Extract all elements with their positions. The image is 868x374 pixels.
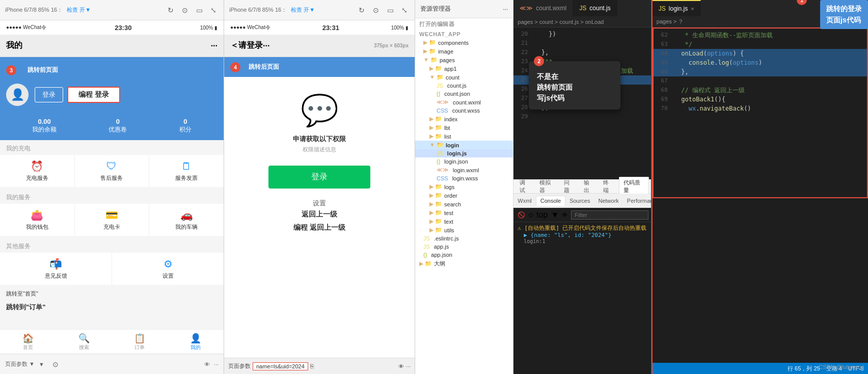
mid-more-opts[interactable]: ··· xyxy=(406,363,411,369)
tablet-icon[interactable]: ▭ xyxy=(194,5,204,15)
wallet-item[interactable]: 👛 我的钱包 xyxy=(0,204,74,236)
folder-icon: ▶ 📁 xyxy=(423,39,436,46)
tab-output[interactable]: 输出 xyxy=(580,177,598,196)
settings-link[interactable]: 设置 xyxy=(313,199,326,208)
nav-home[interactable]: 🏠 首页 xyxy=(22,333,34,351)
invoice-icon: 🗒 xyxy=(181,161,192,172)
page-params-label[interactable]: 页面参数 ▼ xyxy=(5,360,35,368)
more-icon[interactable]: ··· xyxy=(211,41,218,50)
tree-order[interactable]: ▶ 📁 order xyxy=(415,191,513,200)
explorer-more[interactable]: ··· xyxy=(503,6,508,13)
mid-eye-icon[interactable]: 👁 xyxy=(398,363,404,369)
tab-console[interactable]: Console xyxy=(536,196,565,206)
expand-icon[interactable]: ⤡ xyxy=(208,5,219,15)
tree-test[interactable]: ▶ 📁 test xyxy=(415,208,513,217)
tab-sources[interactable]: Sources xyxy=(565,196,594,205)
code-line: 20 }) xyxy=(513,30,651,39)
more-options-icon[interactable]: ··· xyxy=(214,361,219,367)
tree-pages[interactable]: ▼ 📁 pages xyxy=(415,56,513,64)
mid-more-icon[interactable]: ··· xyxy=(263,41,269,50)
tree-app1[interactable]: ▶ 📁 app1 xyxy=(415,64,513,73)
tree-image[interactable]: ▶ 📁 image xyxy=(415,47,513,56)
tab-perf[interactable]: Performance xyxy=(623,196,651,205)
mid-expand-icon[interactable]: ⤡ xyxy=(399,5,410,15)
tree-utils[interactable]: ▶ 📁 utils xyxy=(415,226,513,234)
tree-eslint[interactable]: JS .eslintrc.js xyxy=(415,234,513,243)
nav-mine[interactable]: 👤 我的 xyxy=(190,333,201,351)
clear-icon[interactable]: 🚫 xyxy=(518,211,525,219)
register-btn[interactable]: 编程 登录 xyxy=(67,87,120,103)
filter-icon[interactable]: ⊙ xyxy=(528,211,533,219)
tree-login-js[interactable]: JS login.js xyxy=(415,149,513,157)
params-value[interactable]: name=ls&uid=2024 xyxy=(253,362,308,370)
tab-debug[interactable]: 调试 xyxy=(516,177,534,196)
myvehicle-item[interactable]: 🚗 我的车辆 xyxy=(149,204,224,236)
js-file-icon: JS xyxy=(423,244,430,250)
tree-components[interactable]: ▶ 📁 components xyxy=(415,38,513,47)
device-icon[interactable]: ⊙ xyxy=(180,5,190,15)
tab-count-wxml[interactable]: ≪≫ count.wxml xyxy=(513,0,573,16)
tree-index[interactable]: ▶ 📁 index xyxy=(415,115,513,123)
tree-search[interactable]: ▶ 📁 search xyxy=(415,200,513,208)
mid-refresh-icon[interactable]: ↻ xyxy=(357,5,367,15)
tab-network[interactable]: Network xyxy=(594,196,622,205)
copy-icon[interactable]: ⎘ xyxy=(310,363,314,370)
tree-logs[interactable]: ▶ 📁 logs xyxy=(415,182,513,191)
tab-wxml[interactable]: Wxml xyxy=(513,196,536,205)
invoice-service-item[interactable]: 🗒 服务发票 xyxy=(149,155,224,187)
aftersale-service-item[interactable]: 🛡 售后服务 xyxy=(75,155,149,187)
tree-count-json[interactable]: {} count.json xyxy=(415,90,513,98)
tree-outline[interactable]: ▶ 📁 大纲 xyxy=(415,259,513,269)
close-icon[interactable]: × xyxy=(691,6,694,12)
left-bottom-bar: 页面参数 ▼ ▼ ⊙ 👁 ··· xyxy=(0,354,224,374)
tree-login-wxml[interactable]: ≪≫ login.wxml xyxy=(415,166,513,174)
tree-count[interactable]: ▼ 📁 count xyxy=(415,73,513,82)
tab-problems[interactable]: 问题 xyxy=(560,177,578,196)
login-green-btn[interactable]: 登录 xyxy=(268,166,370,189)
feedback-item[interactable]: 📬 意见反馈 xyxy=(0,253,112,285)
tab-quality[interactable]: 代码质量 xyxy=(619,177,649,196)
battery-indicator: 100% ▮ xyxy=(200,25,218,31)
refresh-icon[interactable]: ↻ xyxy=(166,5,176,15)
badge-1-container: 1 xyxy=(797,0,807,5)
tab-login-js[interactable]: JS login.js × xyxy=(653,0,701,16)
tree-login-json[interactable]: {} login.json xyxy=(415,157,513,166)
eye-icon[interactable]: 👁 xyxy=(562,211,568,219)
settings-item[interactable]: ⚙ 设置 xyxy=(112,253,224,285)
console-filter-input[interactable] xyxy=(571,210,648,220)
scope-label: top xyxy=(536,210,548,220)
console-tabs: Wxml Console Sources Network Performance… xyxy=(513,194,651,208)
tab-terminal[interactable]: 终端 xyxy=(599,177,617,196)
open-editors-title: 打开的编辑器 xyxy=(415,18,513,29)
tab-simulator[interactable]: 模拟器 xyxy=(535,177,559,196)
code-line-69: 69 gotoBack1(){ xyxy=(654,95,867,104)
tree-count-js[interactable]: JS count.js xyxy=(415,82,513,90)
nav-search[interactable]: 🔍 搜索 xyxy=(78,333,90,351)
tree-count-wxss[interactable]: CSS count.wxss xyxy=(415,106,513,115)
tree-login[interactable]: ▼ 📁 login xyxy=(415,141,513,149)
return-link[interactable]: 返回上一级 xyxy=(302,210,337,219)
tree-list[interactable]: ▶ 📁 list xyxy=(415,132,513,141)
tab-count-js[interactable]: JS count.js xyxy=(573,0,617,16)
console-file-ref: login:1 xyxy=(518,238,647,244)
left-code-tabs: ≪≫ count.wxml JS count.js xyxy=(513,0,651,16)
tree-count-wxml[interactable]: ≪≫ count.wxml xyxy=(415,98,513,106)
tree-appjson[interactable]: {} app.json xyxy=(415,251,513,259)
tree-appjs[interactable]: JS app.js xyxy=(415,243,513,251)
tree-login-wxss[interactable]: CSS login.wxss xyxy=(415,174,513,182)
device-label: iPhone 6/7/8 85% 16： xyxy=(5,6,63,14)
charge-service-item[interactable]: ⏰ 充电服务 xyxy=(0,155,74,187)
mode-btn[interactable]: 检查 开▼ xyxy=(67,6,91,14)
tree-text[interactable]: ▶ 📁 text xyxy=(415,217,513,226)
card-icon: 💳 xyxy=(105,209,118,221)
back-btn[interactable]: ＜ xyxy=(230,40,238,51)
eye-icon[interactable]: 👁 xyxy=(204,361,210,367)
mid-device-icon[interactable]: ⊙ xyxy=(371,5,381,15)
login-btn[interactable]: 登录 xyxy=(35,87,63,102)
tree-lbt[interactable]: ▶ 📁 lbt xyxy=(415,123,513,132)
nav-order[interactable]: 📋 订单 xyxy=(134,333,145,351)
chargecard-item[interactable]: 💳 充电卡 xyxy=(75,204,149,236)
scope-arrow[interactable]: ▼ xyxy=(551,210,559,220)
mid-mode-btn[interactable]: 检查 开▼ xyxy=(291,6,315,14)
mid-tablet-icon[interactable]: ▭ xyxy=(385,5,395,15)
